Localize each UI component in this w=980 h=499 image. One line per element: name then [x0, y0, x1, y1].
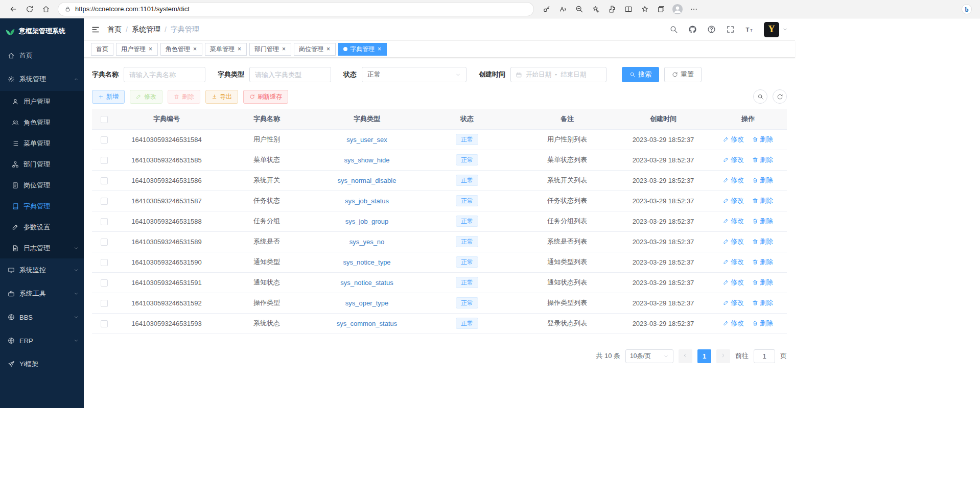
collections-icon[interactable] — [653, 2, 669, 16]
sidebar-item-dict-mgmt[interactable]: 字典管理 — [0, 196, 84, 217]
sidebar-item-system-monitor[interactable]: 系统监控 — [0, 258, 84, 282]
dict-type-link[interactable]: sys_notice_status — [340, 279, 393, 287]
tab-home[interactable]: 首页 — [91, 43, 113, 56]
home-icon[interactable] — [38, 2, 54, 16]
read-aloud-icon[interactable] — [555, 2, 571, 16]
close-icon[interactable]: × — [237, 46, 242, 52]
sidebar-item-system-tools[interactable]: 系统工具 — [0, 282, 84, 305]
tab-menu-mgmt[interactable]: 菜单管理× — [205, 43, 247, 56]
row-checkbox[interactable] — [101, 198, 108, 205]
dict-type-link[interactable]: sys_yes_no — [349, 238, 385, 246]
status-select[interactable]: 正常 — [362, 67, 466, 82]
favorites-icon[interactable] — [637, 2, 653, 16]
close-icon[interactable]: × — [326, 46, 331, 52]
dict-type-link[interactable]: sys_notice_type — [343, 258, 390, 266]
delete-row-link[interactable]: 删除 — [752, 319, 773, 328]
row-checkbox[interactable] — [101, 320, 108, 327]
app-logo[interactable]: 意框架管理系统 — [0, 18, 84, 44]
url-bar[interactable]: https://ccnetcore.com:1101/system/dict — [58, 3, 533, 16]
sidebar-item-dept-mgmt[interactable]: 部门管理 — [0, 154, 84, 175]
sidebar-item-log-mgmt[interactable]: 日志管理 — [0, 237, 84, 258]
tab-user-mgmt[interactable]: 用户管理× — [116, 43, 158, 56]
dict-type-link[interactable]: sys_normal_disable — [338, 177, 396, 184]
sidebar-item-param-settings[interactable]: 参数设置 — [0, 217, 84, 237]
row-checkbox[interactable] — [101, 300, 108, 307]
delete-row-link[interactable]: 删除 — [752, 155, 773, 164]
dict-name-input[interactable] — [124, 67, 205, 82]
row-checkbox[interactable] — [101, 259, 108, 266]
delete-row-link[interactable]: 删除 — [752, 257, 773, 267]
sidebar-toggle-icon[interactable] — [91, 25, 100, 34]
delete-row-link[interactable]: 删除 — [752, 176, 773, 185]
row-checkbox[interactable] — [101, 279, 108, 287]
font-size-icon[interactable]: TT — [745, 25, 754, 34]
delete-row-link[interactable]: 删除 — [752, 278, 773, 287]
next-page-button[interactable] — [716, 349, 730, 363]
current-page-button[interactable]: 1 — [697, 349, 711, 363]
dict-type-link[interactable]: sys_show_hide — [344, 156, 390, 164]
search-button[interactable]: 搜索 — [622, 67, 659, 82]
breadcrumb-item[interactable]: 首页 — [107, 25, 122, 34]
zoom-out-icon[interactable] — [571, 2, 588, 16]
tab-dict-mgmt[interactable]: 字典管理× — [338, 43, 387, 56]
row-checkbox[interactable] — [101, 136, 108, 144]
sidebar-item-erp[interactable]: ERP — [0, 329, 84, 352]
close-icon[interactable]: × — [282, 46, 286, 52]
edit-row-link[interactable]: 修改 — [723, 298, 744, 307]
page-size-select[interactable]: 10条/页 — [625, 349, 673, 363]
dict-type-link[interactable]: sys_user_sex — [346, 136, 387, 144]
key-icon[interactable] — [539, 2, 555, 16]
sidebar-item-post-mgmt[interactable]: 岗位管理 — [0, 175, 84, 196]
add-button[interactable]: 新增 — [92, 90, 125, 104]
sidebar-item-role-mgmt[interactable]: 角色管理 — [0, 112, 84, 133]
edit-row-link[interactable]: 修改 — [723, 319, 744, 328]
goto-page-input[interactable] — [754, 349, 775, 363]
favorite-add-icon[interactable] — [588, 2, 604, 16]
sidebar-item-bbs[interactable]: BBS — [0, 305, 84, 329]
extensions-icon[interactable] — [604, 2, 620, 16]
delete-row-link[interactable]: 删除 — [752, 196, 773, 205]
edit-row-link[interactable]: 修改 — [723, 155, 744, 164]
row-checkbox[interactable] — [101, 239, 108, 246]
search-icon[interactable] — [669, 25, 678, 34]
sidebar-item-menu-mgmt[interactable]: 菜单管理 — [0, 133, 84, 154]
edit-row-link[interactable]: 修改 — [723, 237, 744, 246]
close-icon[interactable]: × — [148, 46, 153, 52]
sidebar-item-yi-framework[interactable]: Yi框架 — [0, 352, 84, 376]
dict-type-link[interactable]: sys_job_group — [345, 218, 389, 225]
tab-post-mgmt[interactable]: 岗位管理× — [294, 43, 336, 56]
tab-dept-mgmt[interactable]: 部门管理× — [249, 43, 291, 56]
toolbar-refresh-button[interactable] — [773, 89, 787, 104]
close-icon[interactable]: × — [377, 46, 382, 52]
sidebar-item-home[interactable]: 首页 — [0, 44, 84, 67]
delete-row-link[interactable]: 删除 — [752, 217, 773, 226]
github-icon[interactable] — [688, 25, 697, 34]
split-screen-icon[interactable] — [620, 2, 637, 16]
edit-row-link[interactable]: 修改 — [723, 217, 744, 226]
fullscreen-icon[interactable] — [726, 25, 735, 34]
sidebar-item-system-mgmt[interactable]: 系统管理 — [0, 67, 84, 91]
prev-page-button[interactable] — [679, 349, 692, 363]
delete-row-link[interactable]: 删除 — [752, 135, 773, 144]
date-range-picker[interactable]: 开始日期 - 结束日期 — [510, 67, 606, 82]
edit-row-link[interactable]: 修改 — [723, 196, 744, 205]
dict-type-link[interactable]: sys_common_status — [337, 320, 398, 327]
reset-button[interactable]: 重置 — [664, 67, 702, 82]
close-icon[interactable]: × — [193, 46, 197, 52]
bing-icon[interactable]: b — [959, 2, 975, 16]
user-menu[interactable]: Y — [764, 22, 788, 37]
tab-role-mgmt[interactable]: 角色管理× — [160, 43, 202, 56]
question-icon[interactable] — [707, 25, 716, 34]
profile-icon[interactable] — [669, 2, 686, 16]
delete-row-link[interactable]: 删除 — [752, 298, 773, 307]
dict-type-input[interactable] — [249, 67, 331, 82]
delete-row-link[interactable]: 删除 — [752, 237, 773, 246]
row-checkbox[interactable] — [101, 177, 108, 184]
edit-row-link[interactable]: 修改 — [723, 278, 744, 287]
toolbar-search-button[interactable] — [753, 89, 767, 104]
row-checkbox[interactable] — [101, 218, 108, 225]
dict-type-link[interactable]: sys_job_status — [345, 197, 389, 205]
back-icon[interactable] — [5, 2, 21, 16]
sidebar-item-user-mgmt[interactable]: 用户管理 — [0, 91, 84, 112]
row-checkbox[interactable] — [101, 157, 108, 164]
